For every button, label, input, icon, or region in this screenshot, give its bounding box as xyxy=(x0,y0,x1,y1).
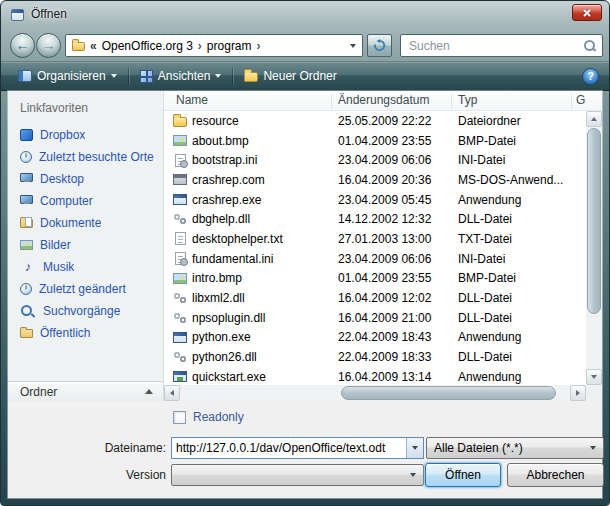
close-button[interactable] xyxy=(572,4,602,21)
breadcrumb-separator-icon[interactable]: › xyxy=(257,39,261,53)
scroll-down-icon xyxy=(591,375,597,379)
forward-arrow-icon: → xyxy=(37,34,60,57)
cancel-button[interactable]: Abbrechen xyxy=(507,463,604,487)
file-type: BMP-Datei xyxy=(458,134,516,148)
file-name: intro.bmp xyxy=(192,271,242,285)
search-input[interactable] xyxy=(407,38,583,54)
breadcrumb-item[interactable]: OpenOffice.org 3 xyxy=(102,39,193,53)
file-date: 01.04.2009 23:55 xyxy=(338,271,431,285)
file-row[interactable]: fundamental.ini 23.04.2009 06:06 INI-Dat… xyxy=(164,249,586,269)
toolbar-separator xyxy=(232,67,233,85)
column-divider[interactable] xyxy=(451,93,452,109)
window-title: Öffnen xyxy=(31,1,67,28)
horizontal-scroll-thumb[interactable] xyxy=(341,386,556,400)
breadcrumb-bar[interactable]: « OpenOffice.org 3 › program › xyxy=(65,34,363,57)
column-header-date[interactable]: Änderungsdatum xyxy=(338,91,429,110)
column-divider[interactable] xyxy=(331,93,332,109)
file-type: MS-DOS-Anwend... xyxy=(458,173,563,187)
sidebar-item[interactable]: Dropbox xyxy=(8,124,163,146)
sidebar-item[interactable]: Zuletzt geändert xyxy=(8,278,163,300)
chevron-up-icon xyxy=(145,389,153,394)
scroll-down-button[interactable] xyxy=(586,369,602,385)
chevron-down-icon xyxy=(410,473,416,477)
readonly-label[interactable]: Readonly xyxy=(193,410,244,424)
titlebar[interactable]: Öffnen xyxy=(1,1,609,30)
file-name: python26.dll xyxy=(192,350,257,364)
filetype-select[interactable]: Alle Dateien (*.*) xyxy=(426,437,604,459)
sidebar-item[interactable]: Dokumente xyxy=(8,212,163,234)
file-row[interactable]: crashrep.com 16.04.2009 20:36 MS-DOS-Anw… xyxy=(164,170,586,190)
file-date: 23.04.2009 05:45 xyxy=(338,193,431,207)
sidebar-item[interactable]: Desktop xyxy=(8,168,163,190)
breadcrumb-collapsed[interactable]: « xyxy=(90,39,97,53)
version-select[interactable] xyxy=(171,464,424,486)
organize-label: Organisieren xyxy=(37,69,106,83)
help-button[interactable]: ? xyxy=(582,68,599,85)
sidebar-item[interactable]: Musik xyxy=(8,256,163,278)
vertical-scroll-thumb[interactable] xyxy=(587,128,601,314)
column-header-size[interactable]: G xyxy=(576,91,585,110)
refresh-button[interactable] xyxy=(367,34,392,57)
scroll-left-button[interactable] xyxy=(164,385,180,401)
sidebar-list: Dropbox Zuletzt besuchte Orte Desktop Co… xyxy=(8,124,163,344)
image-icon xyxy=(173,135,187,146)
file-row[interactable]: desktophelper.txt 27.01.2003 13:00 TXT-D… xyxy=(164,229,586,249)
breadcrumb-item[interactable]: program xyxy=(207,39,252,53)
file-date: 16.04.2009 21:00 xyxy=(338,311,431,325)
file-type: INI-Datei xyxy=(458,153,505,167)
dropbox-icon xyxy=(20,129,33,141)
file-row[interactable]: dbghelp.dll 14.12.2002 12:32 DLL-Datei xyxy=(164,209,586,229)
pictures-icon xyxy=(20,240,33,250)
chevron-down-icon xyxy=(412,446,418,450)
search-icon[interactable] xyxy=(583,39,596,52)
file-name: crashrep.exe xyxy=(192,193,261,207)
file-type: BMP-Datei xyxy=(458,271,516,285)
forward-button[interactable]: → xyxy=(36,33,61,58)
file-type: Dateiordner xyxy=(458,114,521,128)
organize-button[interactable]: Organisieren xyxy=(9,64,126,88)
file-row[interactable]: crashrep.exe 23.04.2009 05:45 Anwendung xyxy=(164,190,586,210)
folders-expander[interactable]: Ordner xyxy=(8,381,163,401)
sidebar-item[interactable]: Zuletzt besuchte Orte xyxy=(8,146,163,168)
breadcrumb-dropdown-icon[interactable] xyxy=(350,44,356,48)
file-type: DLL-Datei xyxy=(458,311,512,325)
file-row[interactable]: npsoplugin.dll 16.04.2009 21:00 DLL-Date… xyxy=(164,308,586,328)
column-header-type[interactable]: Typ xyxy=(458,91,477,110)
dll-icon xyxy=(173,292,187,304)
file-row[interactable]: libxml2.dll 16.04.2009 12:02 DLL-Datei xyxy=(164,288,586,308)
recent-icon xyxy=(20,151,32,163)
sidebar-item[interactable]: Suchvorgänge xyxy=(8,300,163,322)
column-header-name[interactable]: Name xyxy=(176,91,208,110)
organize-icon xyxy=(18,70,32,82)
navigation-bar: ← → « OpenOffice.org 3 › program › xyxy=(1,30,609,61)
dialog-footer: Readonly Dateiname: Alle Dateien (*.*) V… xyxy=(8,401,602,498)
column-headers: Name Änderungsdatum Typ G xyxy=(164,91,602,111)
scroll-right-button[interactable] xyxy=(570,385,586,401)
chevron-down-icon xyxy=(215,74,221,78)
filename-input[interactable] xyxy=(172,438,406,458)
readonly-checkbox[interactable] xyxy=(173,411,186,424)
toolbar: Organisieren Ansichten Neuer Ordner ? xyxy=(1,61,609,91)
back-button[interactable]: ← xyxy=(10,33,35,58)
file-row[interactable]: bootstrap.ini 23.04.2009 06:06 INI-Datei xyxy=(164,150,586,170)
scroll-up-button[interactable] xyxy=(586,111,602,127)
views-button[interactable]: Ansichten xyxy=(131,64,231,88)
file-row[interactable]: intro.bmp 01.04.2009 23:55 BMP-Datei xyxy=(164,269,586,289)
dll-icon xyxy=(173,213,187,225)
sidebar-item[interactable]: Öffentlich xyxy=(8,322,163,344)
column-divider[interactable] xyxy=(571,93,572,109)
file-row[interactable]: about.bmp 01.04.2009 23:55 BMP-Datei xyxy=(164,131,586,151)
horizontal-scrollbar[interactable] xyxy=(164,385,586,401)
file-row[interactable]: python.exe 22.04.2009 18:43 Anwendung xyxy=(164,328,586,348)
file-row[interactable]: resource 25.05.2009 22:22 Dateiordner xyxy=(164,111,586,131)
sidebar-item[interactable]: Computer xyxy=(8,190,163,212)
file-row[interactable]: quickstart.exe 16.04.2009 13:14 Anwendun… xyxy=(164,367,586,385)
sidebar-item[interactable]: Bilder xyxy=(8,234,163,256)
open-button[interactable]: Öffnen xyxy=(425,463,501,487)
breadcrumb-separator-icon[interactable]: › xyxy=(198,39,202,53)
filename-dropdown-button[interactable] xyxy=(406,438,423,458)
file-name: about.bmp xyxy=(192,134,249,148)
new-folder-button[interactable]: Neuer Ordner xyxy=(235,64,345,88)
vertical-scrollbar[interactable] xyxy=(586,111,602,385)
file-row[interactable]: python26.dll 22.04.2009 18:33 DLL-Datei xyxy=(164,347,586,367)
